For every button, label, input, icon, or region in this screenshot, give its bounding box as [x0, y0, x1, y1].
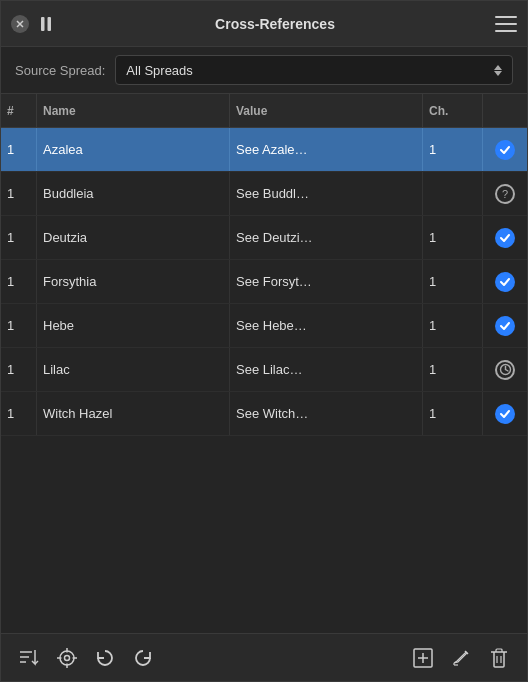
- cell-status: [483, 348, 527, 391]
- cell-status: [483, 216, 527, 259]
- cell-name: Deutzia: [37, 216, 230, 259]
- edit-icon[interactable]: [445, 642, 477, 674]
- col-header-status: [483, 94, 527, 127]
- col-header-value: Value: [230, 94, 423, 127]
- table-row[interactable]: 1AzaleaSee Azale…1: [1, 128, 527, 172]
- cell-name: Buddleia: [37, 172, 230, 215]
- cell-value: See Witch…: [230, 392, 423, 435]
- target-icon[interactable]: [51, 642, 83, 674]
- checkmark-icon: [495, 404, 515, 424]
- table-row[interactable]: 1LilacSee Lilac…1: [1, 348, 527, 392]
- cell-num: 1: [1, 216, 37, 259]
- cell-value: See Lilac…: [230, 348, 423, 391]
- redo-icon[interactable]: [127, 642, 159, 674]
- cell-ch: [423, 172, 483, 215]
- svg-line-7: [505, 370, 508, 372]
- cell-num: 1: [1, 128, 37, 171]
- cross-references-panel: Cross-References Source Spread: All Spre…: [0, 0, 528, 682]
- source-spread-value: All Spreads: [126, 63, 192, 78]
- cell-num: 1: [1, 348, 37, 391]
- cell-ch: 1: [423, 304, 483, 347]
- cell-ch: 1: [423, 348, 483, 391]
- cell-ch: 1: [423, 260, 483, 303]
- svg-point-11: [60, 651, 74, 665]
- sort-icon[interactable]: [13, 642, 45, 674]
- menu-button[interactable]: [495, 16, 517, 32]
- delete-icon[interactable]: [483, 642, 515, 674]
- cell-num: 1: [1, 304, 37, 347]
- cell-num: 1: [1, 172, 37, 215]
- add-anchor-icon[interactable]: [407, 642, 439, 674]
- cell-value: See Hebe…: [230, 304, 423, 347]
- cell-value: See Buddl…: [230, 172, 423, 215]
- svg-rect-3: [48, 17, 52, 31]
- question-icon: ?: [495, 184, 515, 204]
- svg-point-12: [65, 655, 70, 660]
- col-header-name: Name: [37, 94, 230, 127]
- cell-name: Lilac: [37, 348, 230, 391]
- dropdown-arrows: [494, 65, 502, 76]
- col-header-ch: Ch.: [423, 94, 483, 127]
- cell-ch: 1: [423, 216, 483, 259]
- cell-num: 1: [1, 392, 37, 435]
- checkmark-icon: [495, 272, 515, 292]
- cell-status: [483, 304, 527, 347]
- col-header-num: #: [1, 94, 37, 127]
- panel-header: Cross-References: [1, 1, 527, 47]
- cell-ch: 1: [423, 392, 483, 435]
- pause-button[interactable]: [37, 15, 55, 33]
- table-row[interactable]: 1DeutziaSee Deutzi…1: [1, 216, 527, 260]
- cell-name: Hebe: [37, 304, 230, 347]
- footer-toolbar: [1, 633, 527, 681]
- table-header-row: # Name Value Ch.: [1, 94, 527, 128]
- table-row[interactable]: 1Witch HazelSee Witch…1: [1, 392, 527, 436]
- cross-references-table: # Name Value Ch. 1AzaleaSee Azale…1 1Bud…: [1, 94, 527, 633]
- svg-line-20: [465, 651, 468, 654]
- checkmark-icon: [495, 228, 515, 248]
- cell-name: Forsythia: [37, 260, 230, 303]
- source-spread-bar: Source Spread: All Spreads: [1, 47, 527, 94]
- cell-value: See Azale…: [230, 128, 423, 171]
- cell-name: Witch Hazel: [37, 392, 230, 435]
- cell-status: [483, 128, 527, 171]
- table-row[interactable]: 1HebeSee Hebe…1: [1, 304, 527, 348]
- cell-name: Azalea: [37, 128, 230, 171]
- panel-title: Cross-References: [63, 16, 487, 32]
- source-spread-label: Source Spread:: [15, 63, 105, 78]
- checkmark-icon: [495, 140, 515, 160]
- cell-num: 1: [1, 260, 37, 303]
- svg-text:?: ?: [502, 188, 508, 200]
- source-spread-dropdown[interactable]: All Spreads: [115, 55, 513, 85]
- cell-ch: 1: [423, 128, 483, 171]
- table-body: 1AzaleaSee Azale…1 1BuddleiaSee Buddl… ?…: [1, 128, 527, 633]
- svg-rect-2: [41, 17, 45, 31]
- refresh-icon[interactable]: [89, 642, 121, 674]
- table-row[interactable]: 1ForsythiaSee Forsyt…1: [1, 260, 527, 304]
- cell-status: [483, 260, 527, 303]
- checkmark-icon: [495, 316, 515, 336]
- close-button[interactable]: [11, 15, 29, 33]
- cell-status: ?: [483, 172, 527, 215]
- cell-value: See Forsyt…: [230, 260, 423, 303]
- table-row[interactable]: 1BuddleiaSee Buddl… ?: [1, 172, 527, 216]
- cell-status: [483, 392, 527, 435]
- cell-value: See Deutzi…: [230, 216, 423, 259]
- clock-icon: [495, 360, 515, 380]
